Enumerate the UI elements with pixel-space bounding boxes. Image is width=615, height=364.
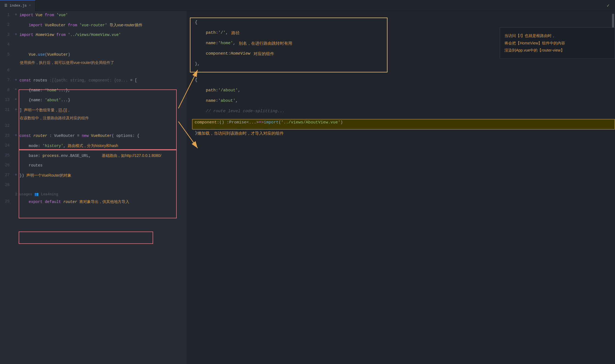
line-number-3: 3 — [0, 31, 15, 37]
code-line-28: 28 — [0, 181, 187, 191]
file-icon: ☰ — [4, 4, 7, 8]
editor-area: 1 ⊖ import Vue from 'vue' 2 import VueRo… — [0, 11, 615, 364]
line-number-5: 5 — [0, 51, 15, 57]
line-number-27: 27 — [0, 172, 15, 177]
right-line-open2: { — [192, 77, 615, 87]
fold-icon-1[interactable]: ⊖ — [15, 12, 19, 16]
red-box-export — [19, 232, 153, 244]
code-line-27: 27 ⊖ })声明一个VueRouter的对象 — [0, 171, 187, 181]
fold-icon-8[interactable]: ⊕ — [15, 87, 19, 91]
code-line-2: 2 import VueRouter from 'vue-router' 导入v… — [0, 21, 187, 31]
line-number-28: 28 — [0, 182, 15, 187]
line-number-8: 8 — [0, 87, 15, 92]
code-content-28 — [19, 182, 187, 182]
line-number-22: 22 — [0, 122, 15, 128]
fold-icon-21[interactable]: ⊖ — [15, 106, 19, 111]
usage-count: 2 usages — [15, 192, 32, 196]
right-line-name2: name: 'about', — [192, 98, 615, 108]
right-line-component2: component: () :Promise<...> => import('.… — [192, 119, 615, 129]
code-content-13: {name: 'about'...} — [19, 97, 187, 103]
fold-icon-2 — [15, 21, 19, 26]
tab-index-js[interactable]: ☰ index.js × — [0, 0, 35, 11]
fold-icon-3[interactable]: ⊖ — [15, 31, 19, 36]
code-content-27: })声明一个VueRouter的对象 — [19, 172, 187, 179]
code-line-29: 29 export default router将对象导出，供其他地方导入 — [0, 197, 187, 207]
code-line-24: 24 mode: 'history',路由模式，分为history和hash — [0, 142, 187, 151]
info-box: 当访问【/】也就是根路由时， 将会把【HomeView】组件中的内容 渲染到Ap… — [500, 27, 615, 59]
code-content-6 — [19, 67, 187, 67]
line-number-1: 1 — [0, 12, 15, 17]
line-number-13: 13 — [0, 97, 15, 102]
line-number-7: 7 — [0, 77, 15, 82]
code-content-3: import HomeView from '../views/HomeView.… — [19, 31, 187, 38]
line-number-24: 24 — [0, 142, 15, 148]
code-content-8: {name: 'home'...}, — [19, 87, 187, 93]
annotation-line-5: 使用插件，执行后，就可以使用vue-router的全局组件了 — [0, 60, 187, 66]
close-icon[interactable]: × — [29, 4, 31, 7]
code-line-4: 4 — [0, 41, 187, 50]
tab-label: index.js — [10, 4, 27, 8]
code-line-23: 23 ⊖ const router : VueRouter = new VueR… — [0, 132, 187, 142]
code-line-13: 13 ⊕ {name: 'about'...} — [0, 96, 187, 106]
code-content-2: import VueRouter from 'vue-router' 导入vue… — [19, 21, 187, 28]
code-content-25: base: process.env.BASE_URL,基础路由，如http://… — [19, 152, 187, 159]
code-line-26: 26 routes — [0, 161, 187, 171]
info-text: 当访问【/】也就是根路由时， 将会把【HomeView】组件中的内容 渲染到Ap… — [504, 33, 565, 52]
line-number-23: 23 — [0, 132, 15, 138]
line-number-4: 4 — [0, 41, 15, 47]
code-content-1: import Vue from 'vue' — [19, 12, 187, 18]
code-content-21: ]声明一个数组常量，[{},{}]， — [19, 106, 187, 113]
code-content-24: mode: 'history',路由模式，分为history和hash — [19, 142, 187, 149]
line-number-21: 21 — [0, 106, 15, 112]
code-line-5: 5 Vue.use(VueRouter) — [0, 50, 187, 60]
usage-icon: 👥 — [34, 192, 39, 196]
code-content-26: routes — [19, 162, 187, 168]
code-line-6: 6 — [0, 66, 187, 76]
fold-icon-13[interactable]: ⊕ — [15, 97, 19, 101]
code-content-7: const routes :[{path: string, component:… — [19, 77, 187, 83]
tab-bar: ☰ index.js × ✓ — [0, 0, 615, 11]
fold-icon-7[interactable]: ⊖ — [15, 77, 19, 81]
code-content-5: Vue.use(VueRouter) — [19, 51, 187, 58]
code-content-23: const router : VueRouter = new VueRouter… — [19, 132, 187, 139]
code-panel-left[interactable]: 1 ⊖ import Vue from 'vue' 2 import VueRo… — [0, 11, 187, 364]
right-line-close2: } 懒加载，当访问到该路由时，才导入对应的组件 — [192, 130, 615, 140]
right-line-path2: path: '/about', — [192, 87, 615, 98]
route-section-2: { path: '/about', name: 'about', // rout… — [192, 77, 615, 140]
code-content-29: export default router将对象导出，供其他地方导入 — [19, 198, 187, 205]
right-panel: { path: '/', 路径 name: 'home', 别名，在进行路由跳转… — [187, 11, 615, 364]
right-line-comment2: // route level code-splitting... — [192, 108, 615, 118]
usage-user: Lea4ning — [41, 192, 58, 196]
fold-icon-23[interactable]: ⊖ — [15, 132, 19, 137]
code-line-21: 21 ⊖ ]声明一个数组常量，[{},{}]， — [0, 106, 187, 116]
line-number-29: 29 — [0, 198, 15, 204]
right-line-close1: }, — [192, 61, 615, 71]
code-line-8: 8 ⊕ {name: 'home'...}, — [0, 86, 187, 96]
line-number-26: 26 — [0, 162, 15, 167]
code-line-22: 22 — [0, 122, 187, 132]
line-number-6: 6 — [0, 67, 15, 72]
annotation-line-21b: 在该数组中，注册路由路径及对应的组件 — [0, 116, 187, 122]
code-line-7: 7 ⊖ const routes :[{path: string, compon… — [0, 76, 187, 86]
code-line-3: 3 ⊖ import HomeView from '../views/HomeV… — [0, 31, 187, 41]
checkmark-icon: ✓ — [607, 3, 610, 8]
code-line-25: 25 base: process.env.BASE_URL,基础路由，如http… — [0, 151, 187, 161]
usage-bar: 2 usages 👥 Lea4ning — [0, 191, 187, 197]
line-number-25: 25 — [0, 152, 15, 157]
line-number-2: 2 — [0, 21, 15, 27]
fold-icon-27[interactable]: ⊖ — [15, 172, 19, 176]
code-content-22 — [19, 122, 187, 123]
code-line-1: 1 ⊖ import Vue from 'vue' — [0, 11, 187, 21]
code-content-4 — [19, 41, 187, 42]
